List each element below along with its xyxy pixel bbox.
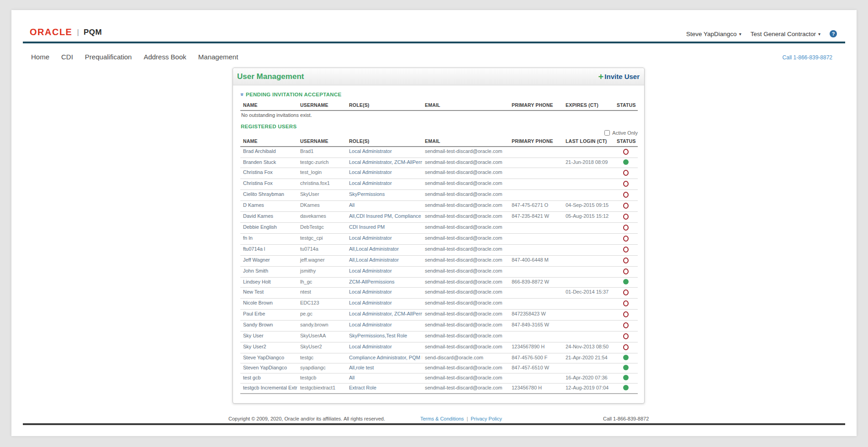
roles-cell: All,Local Administrator: [346, 245, 422, 256]
last-login-cell: [563, 234, 614, 245]
username-cell: christina.fox1: [297, 179, 346, 190]
nav-item-address-book[interactable]: Address Book: [143, 53, 186, 61]
user-row[interactable]: Debbie EnglishDebTestgcCDI Insured PMsen…: [240, 223, 638, 234]
name-cell: ftu0714a l: [240, 245, 297, 256]
name-cell: Jeff Wagner: [240, 256, 297, 267]
roles-cell: Local Administrator: [346, 147, 422, 158]
phone-cell: 847-849-3165 W: [509, 321, 563, 331]
terms-link[interactable]: Terms & Conditions: [420, 416, 464, 421]
email-cell: sendmail-test-discard@oracle.com: [422, 278, 509, 288]
status-inactive-icon: [623, 333, 629, 339]
last-login-cell: [563, 267, 614, 278]
user-row[interactable]: Paul Erbepe.gcLocal Administrator, ZCM-A…: [240, 310, 638, 321]
pending-invitations-toggle[interactable]: » PENDING INVITATION ACCEPTANCE: [241, 92, 637, 97]
username-cell: jeff.wagner: [297, 256, 346, 267]
email-cell: send-discard@oracle.com: [422, 353, 509, 363]
email-cell: sendmail-test-discard@oracle.com: [422, 267, 509, 278]
call-phone-link[interactable]: Call 1-866-839-8872: [783, 54, 832, 61]
phone-cell: [509, 373, 563, 384]
active-only-filter: Active Only: [240, 130, 638, 136]
status-cell: [614, 363, 638, 373]
status-cell: [614, 158, 638, 168]
user-row[interactable]: D KarnesDKarnesAllsendmail-test-discard@…: [240, 201, 638, 212]
username-cell: ntest: [297, 288, 346, 299]
user-menu[interactable]: Steve YapDiangco ▾: [686, 31, 741, 37]
page: ORACLE | PQM Steve YapDiangco ▾ Test Gen…: [11, 10, 857, 436]
status-cell: [614, 321, 638, 331]
user-row[interactable]: Branden Stucktestgc-zurichLocal Administ…: [240, 158, 638, 168]
user-row[interactable]: Christina Foxtest_loginLocal Administrat…: [240, 168, 638, 179]
user-row[interactable]: testgcb Incremental Extrtestgcbiextract1…: [240, 384, 638, 394]
user-row[interactable]: test gcbtestgcbAllsendmail-test-discard@…: [240, 373, 638, 384]
organization-menu[interactable]: Test General Contractor ▾: [751, 31, 820, 37]
user-row[interactable]: Sandy Brownsandy.brownLocal Administrato…: [240, 321, 638, 331]
user-row[interactable]: Steve YapDiangcotestgcCompliance Adminis…: [240, 353, 638, 363]
header-user-area: Steve YapDiangco ▾ Test General Contract…: [686, 30, 837, 37]
name-cell: Steve YapDiangco: [240, 353, 297, 363]
user-row[interactable]: Sky User2SkyUser2Local Administratorsend…: [240, 342, 638, 353]
last-login-cell: [563, 179, 614, 190]
user-row[interactable]: Jeff Wagnerjeff.wagnerAll,Local Administ…: [240, 256, 638, 267]
phone-cell: [509, 190, 563, 201]
active-only-label: Active Only: [612, 130, 638, 136]
last-login-cell: [563, 331, 614, 342]
email-cell: sendmail-test-discard@oracle.com: [422, 363, 509, 373]
user-row[interactable]: Brad ArchibaldBrad1Local Administratorse…: [240, 147, 638, 158]
name-cell: Sandy Brown: [240, 321, 297, 331]
last-login-cell: 12-Aug-2019 07:04: [563, 384, 614, 394]
status-cell: [614, 353, 638, 363]
status-cell: [614, 310, 638, 321]
email-cell: sendmail-test-discard@oracle.com: [422, 373, 509, 384]
invite-user-button[interactable]: + Invite User: [598, 73, 640, 80]
phone-cell: 8472358423 W: [509, 310, 563, 321]
status-active-icon: [623, 385, 629, 390]
email-cell: sendmail-test-discard@oracle.com: [422, 223, 509, 234]
user-row[interactable]: David KarnesdavekarnesAll,CDI Insured PM…: [240, 212, 638, 223]
email-cell: sendmail-test-discard@oracle.com: [422, 190, 509, 201]
status-inactive-icon: [623, 344, 629, 350]
active-only-checkbox[interactable]: [604, 130, 610, 136]
last-login-cell: [563, 223, 614, 234]
phone-cell: [509, 179, 563, 190]
phone-cell: 847-235-8421 W: [509, 212, 563, 223]
nav-item-cdi[interactable]: CDI: [61, 53, 73, 61]
user-row[interactable]: John SmithjsmithyLocal Administratorsend…: [240, 267, 638, 278]
status-cell: [614, 168, 638, 179]
roles-cell: All,role test: [346, 363, 422, 373]
user-row[interactable]: Lindsey Holtlh_gcZCM-AllPermissionssendm…: [240, 278, 638, 288]
phone-cell: [509, 223, 563, 234]
user-row[interactable]: ftu0714a ltu0714aAll,Local Administrator…: [240, 245, 638, 256]
user-row[interactable]: Christina Foxchristina.fox1Local Adminis…: [240, 179, 638, 190]
name-cell: Lindsey Holt: [240, 278, 297, 288]
name-cell: testgcb Incremental Extr: [240, 384, 297, 394]
status-cell: [614, 190, 638, 201]
nav-item-management[interactable]: Management: [198, 53, 238, 61]
phone-cell: 847-400-6448 M: [509, 256, 563, 267]
name-cell: Cielito Shraybman: [240, 190, 297, 201]
username-cell: DebTestgc: [297, 223, 346, 234]
phone-cell: [509, 158, 563, 168]
nav-item-prequalification[interactable]: Prequalification: [85, 53, 132, 61]
user-row[interactable]: Cielito ShraybmanSkyUserSkyPermissionsse…: [240, 190, 638, 201]
last-login-cell: 05-Aug-2015 15:12: [563, 212, 614, 223]
user-row[interactable]: fn lntestgc_cpiLocal Administratorsendma…: [240, 234, 638, 245]
help-icon[interactable]: ?: [830, 30, 837, 37]
phone-cell: 847-475-6271 O: [509, 201, 563, 212]
column-header-roles: ROLE(S): [346, 137, 422, 147]
plus-icon: +: [598, 74, 604, 80]
roles-cell: Local Administrator: [346, 267, 422, 278]
status-inactive-icon: [623, 268, 629, 274]
user-row[interactable]: Sky UserSkyUserAASkyPermissions,Test Rol…: [240, 331, 638, 342]
last-login-cell: 24-Nov-2013 08:50: [563, 342, 614, 353]
nav-item-home[interactable]: Home: [31, 53, 49, 61]
user-row[interactable]: New TestntestLocal Administratorsendmail…: [240, 288, 638, 299]
privacy-link[interactable]: Privacy Policy: [471, 416, 502, 421]
status-inactive-icon: [623, 258, 629, 263]
user-row[interactable]: Steven YapDiangcosyapdiangcAll,role test…: [240, 363, 638, 373]
column-header-primary-phone: PRIMARY PHONE: [509, 101, 563, 110]
user-row[interactable]: Nicole BrownEDC123Local Administratorsen…: [240, 299, 638, 310]
status-cell: [614, 201, 638, 212]
status-active-icon: [623, 159, 629, 165]
status-cell: [614, 212, 638, 223]
phone-cell: [509, 288, 563, 299]
